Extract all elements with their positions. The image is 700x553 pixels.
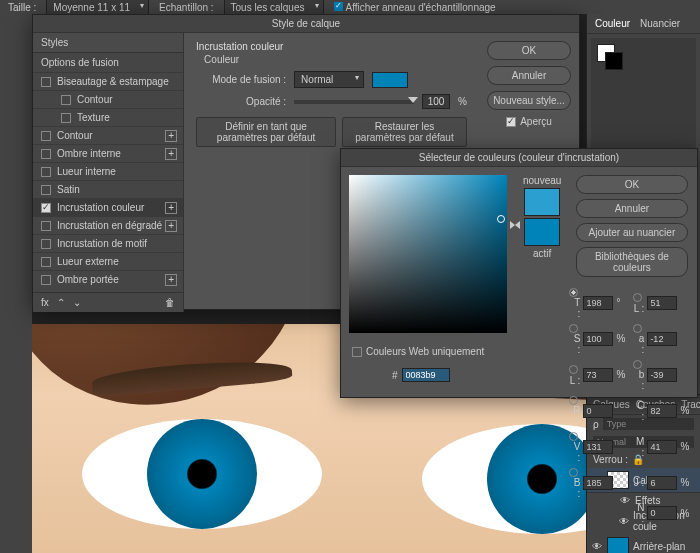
cp-ok-button[interactable]: OK — [576, 175, 688, 194]
hex-input[interactable] — [402, 368, 450, 382]
style-checkbox[interactable] — [41, 221, 51, 231]
style-item-11[interactable]: Ombre portée+ — [33, 270, 183, 288]
web-colors-checkbox[interactable] — [352, 347, 362, 357]
add-icon[interactable]: + — [165, 148, 177, 160]
sample-label: Echantillon : — [159, 2, 213, 13]
color-swatch[interactable] — [372, 72, 408, 88]
add-icon[interactable]: + — [165, 202, 177, 214]
n-input[interactable] — [647, 506, 677, 520]
style-checkbox[interactable] — [41, 275, 51, 285]
style-checkbox[interactable] — [61, 113, 71, 123]
a-input[interactable] — [647, 332, 677, 346]
ring-checkbox[interactable]: Afficher anneau d'échantillonnage — [334, 2, 496, 13]
cancel-button[interactable]: Annuler — [487, 66, 571, 85]
style-checkbox[interactable] — [41, 185, 51, 195]
new-color-label: nouveau — [523, 175, 561, 186]
style-checkbox[interactable] — [41, 149, 51, 159]
styles-list: Styles Options de fusion Biseautage & es… — [33, 33, 184, 312]
r-radio[interactable] — [569, 396, 578, 405]
lhsl-radio[interactable] — [569, 365, 578, 374]
style-item-1[interactable]: Contour — [33, 90, 183, 108]
style-checkbox[interactable] — [41, 131, 51, 141]
add-icon[interactable]: + — [165, 130, 177, 142]
color-tab[interactable]: Couleur — [595, 18, 630, 29]
fx-label: fx — [41, 297, 49, 308]
style-item-9[interactable]: Incrustation de motif — [33, 234, 183, 252]
l-input[interactable] — [647, 296, 677, 310]
style-item-5[interactable]: Lueur interne — [33, 162, 183, 180]
r-input[interactable] — [583, 404, 613, 418]
color-picker-dialog: Sélecteur de couleurs (couleur d'incrust… — [340, 148, 698, 398]
s-radio[interactable] — [569, 324, 578, 333]
style-checkbox[interactable] — [41, 167, 51, 177]
opacity-slider[interactable] — [294, 100, 414, 104]
color-field-column — [349, 175, 507, 392]
color-panel[interactable] — [591, 38, 696, 150]
style-checkbox[interactable] — [61, 95, 71, 105]
add-swatch-button[interactable]: Ajouter au nuancier — [576, 223, 688, 242]
preview-checkbox[interactable] — [506, 117, 516, 127]
hex-label: # — [392, 370, 398, 381]
color-libs-button[interactable]: Bibliothèques de couleurs — [576, 247, 688, 277]
style-item-10[interactable]: Lueur externe — [33, 252, 183, 270]
opacity-value[interactable]: 100 — [422, 94, 450, 109]
style-item-6[interactable]: Satin — [33, 180, 183, 198]
m-input[interactable] — [647, 440, 677, 454]
blend-options-item[interactable]: Options de fusion — [33, 52, 183, 72]
style-checkbox[interactable] — [41, 203, 51, 213]
color-picker-title: Sélecteur de couleurs (couleur d'incrust… — [341, 149, 697, 167]
style-checkbox[interactable] — [41, 239, 51, 249]
reset-default-button[interactable]: Restaurer les paramètres par défaut — [342, 117, 467, 147]
add-icon[interactable]: + — [165, 274, 177, 286]
new-style-button[interactable]: Nouveau style... — [487, 91, 571, 110]
blend-mode-dropdown[interactable]: Normal — [294, 71, 364, 88]
opacity-label: Opacité : — [196, 96, 286, 107]
color-values: T :° L : S :% a : L :% b : R : C :% V : … — [569, 286, 694, 524]
v-input[interactable] — [583, 440, 613, 454]
style-item-2[interactable]: Texture — [33, 108, 183, 126]
trash-icon[interactable]: 🗑 — [165, 297, 175, 308]
style-item-3[interactable]: Contour+ — [33, 126, 183, 144]
swatches-tab[interactable]: Nuancier — [640, 18, 680, 29]
lhsl-input[interactable] — [583, 368, 613, 382]
layer-row[interactable]: 👁 Arrière-plan — [587, 534, 700, 553]
current-color-swatch[interactable] — [524, 218, 560, 246]
styles-footer: fx ⌃ ⌄ 🗑 — [33, 292, 183, 312]
blab-radio[interactable] — [633, 360, 642, 369]
style-item-7[interactable]: Incrustation couleur+ — [33, 198, 183, 216]
style-item-8[interactable]: Incrustation en dégradé+ — [33, 216, 183, 234]
make-default-button[interactable]: Définir en tant que paramètres par défau… — [196, 117, 336, 147]
background-swatch[interactable] — [605, 52, 623, 70]
tools-sidebar[interactable] — [0, 14, 32, 553]
s-input[interactable] — [583, 332, 613, 346]
color-field[interactable] — [349, 175, 507, 333]
h-radio[interactable] — [569, 288, 578, 297]
new-color-swatch[interactable] — [524, 188, 560, 216]
h-input[interactable] — [583, 296, 613, 310]
layer-thumb[interactable] — [607, 537, 629, 553]
add-icon[interactable]: + — [165, 220, 177, 232]
style-item-4[interactable]: Ombre interne+ — [33, 144, 183, 162]
blab-input[interactable] — [647, 368, 677, 382]
options-bar: Taille : Moyenne 11 x 11 Echantillon : T… — [0, 0, 700, 14]
size-label: Taille : — [8, 2, 36, 13]
b-radio[interactable] — [569, 468, 578, 477]
c-input[interactable] — [647, 404, 677, 418]
arrow-down-icon[interactable]: ⌄ — [73, 297, 81, 308]
a-radio[interactable] — [633, 324, 642, 333]
b-input[interactable] — [583, 476, 613, 490]
cp-cancel-button[interactable]: Annuler — [576, 199, 688, 218]
style-item-0[interactable]: Biseautage & estampage — [33, 72, 183, 90]
v-radio[interactable] — [569, 432, 578, 441]
arrow-up-icon[interactable]: ⌃ — [57, 297, 65, 308]
blend-mode-label: Mode de fusion : — [196, 74, 286, 85]
visibility-icon[interactable]: 👁 — [591, 541, 603, 552]
section-title: Incrustation couleur — [196, 41, 467, 52]
style-checkbox[interactable] — [41, 257, 51, 267]
section-subtitle: Couleur — [204, 54, 467, 65]
j-input[interactable] — [647, 476, 677, 490]
current-color-label: actif — [533, 248, 551, 259]
ok-button[interactable]: OK — [487, 41, 571, 60]
style-checkbox[interactable] — [41, 77, 51, 87]
l-radio[interactable] — [633, 293, 642, 302]
